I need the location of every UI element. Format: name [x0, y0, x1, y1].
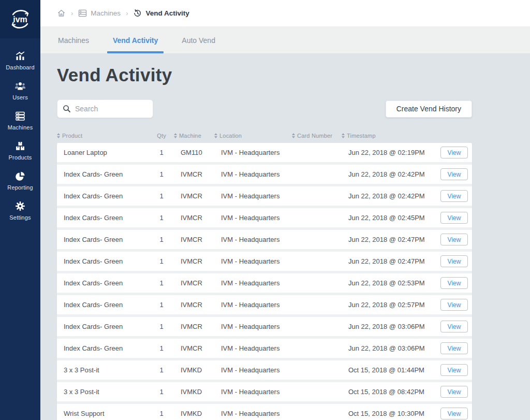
top-bar: › Machines › Vend Activity — [40, 0, 530, 27]
toolbar: Create Vend History — [57, 99, 472, 118]
cell-timestamp: Jun 22, 2018 @ 02:53PM — [342, 279, 434, 287]
breadcrumb-label: Machines — [91, 9, 121, 17]
machines-icon — [14, 110, 26, 122]
view-button[interactable]: View — [440, 168, 468, 180]
cell-qty: 1 — [149, 257, 174, 265]
view-button[interactable]: View — [440, 255, 468, 267]
main-content: Vend Activity Create Vend History Produc… — [40, 53, 530, 420]
cell-qty: 1 — [149, 214, 174, 222]
cell-machine: GM110 — [174, 149, 214, 156]
view-button[interactable]: View — [440, 234, 468, 245]
cell-machine: IVMCR — [174, 192, 214, 200]
products-icon — [14, 140, 26, 152]
table-row: Index Cards- Green 1 IVMCR IVM - Headqua… — [57, 252, 472, 271]
create-vend-history-button[interactable]: Create Vend History — [386, 100, 472, 118]
settings-icon — [14, 200, 26, 212]
view-button[interactable]: View — [440, 386, 468, 398]
view-button[interactable]: View — [440, 190, 468, 202]
cell-product: Index Cards- Green — [57, 279, 149, 287]
cell-qty: 1 — [149, 301, 174, 309]
cell-location: IVM - Headquarters — [214, 301, 292, 309]
cell-machine: IVMCR — [174, 257, 214, 265]
cell-product: Index Cards- Green — [57, 236, 149, 243]
cell-timestamp: Jun 22, 2018 @ 02:47PM — [342, 257, 434, 265]
cell-timestamp: Jun 22, 2018 @ 02:45PM — [342, 214, 434, 222]
cell-qty: 1 — [149, 170, 174, 178]
page-title: Vend Activity — [57, 65, 472, 85]
dashboard-icon — [14, 50, 26, 62]
machines-crumb-icon — [78, 9, 87, 17]
home-icon — [57, 9, 66, 18]
brand-logo[interactable]: ivm — [0, 0, 40, 38]
cell-product: Index Cards- Green — [57, 257, 149, 265]
table-row: Index Cards- Green 1 IVMCR IVM - Headqua… — [57, 165, 472, 184]
view-button[interactable]: View — [440, 147, 468, 158]
cell-location: IVM - Headquarters — [214, 279, 292, 287]
sidebar-item-label: Users — [12, 94, 28, 100]
view-button[interactable]: View — [440, 364, 468, 376]
cell-qty: 1 — [149, 410, 174, 417]
cell-location: IVM - Headquarters — [214, 344, 292, 352]
column-header-machine[interactable]: Machine — [174, 133, 214, 139]
table-row: Index Cards- Green 1 IVMCR IVM - Headqua… — [57, 317, 472, 336]
tab-vend-activity[interactable]: Vend Activity — [112, 27, 159, 53]
cell-machine: IVMCR — [174, 170, 214, 178]
cell-timestamp: Jun 22, 2018 @ 02:47PM — [342, 236, 434, 243]
sidebar-item-products[interactable]: Products — [0, 136, 40, 166]
sidebar-item-reporting[interactable]: Reporting — [0, 166, 40, 196]
sidebar-item-users[interactable]: Users — [0, 76, 40, 106]
table-row: 3 x 3 Post-it 1 IVMKD IVM - Headquarters… — [57, 382, 472, 401]
cell-location: IVM - Headquarters — [214, 170, 292, 178]
cell-timestamp: Oct 15, 2018 @ 08:42PM — [342, 388, 434, 396]
view-button[interactable]: View — [440, 342, 468, 354]
search-box[interactable] — [57, 99, 153, 118]
sidebar-item-dashboard[interactable]: Dashboard — [0, 46, 40, 76]
cell-location: IVM - Headquarters — [214, 192, 292, 200]
cell-machine: IVMKD — [174, 410, 214, 417]
view-button[interactable]: View — [440, 277, 468, 289]
cell-machine: IVMKD — [174, 388, 214, 396]
cell-machine: IVMCR — [174, 301, 214, 309]
cell-machine: IVMCR — [174, 323, 214, 330]
search-input[interactable] — [75, 105, 148, 113]
tab-machines[interactable]: Machines — [57, 27, 90, 53]
cell-location: IVM - Headquarters — [214, 149, 292, 156]
cell-location: IVM - Headquarters — [214, 388, 292, 396]
sidebar-item-label: Settings — [9, 214, 31, 221]
sort-icon — [214, 133, 217, 138]
cell-product: Index Cards- Green — [57, 192, 149, 200]
cell-timestamp: Jun 22, 2018 @ 03:06PM — [342, 323, 434, 330]
breadcrumb: › Machines › Vend Activity — [57, 9, 189, 18]
sort-icon — [174, 133, 177, 138]
table-row: Index Cards- Green 1 IVMCR IVM - Headqua… — [57, 295, 472, 314]
cell-product: 3 x 3 Post-it — [57, 366, 149, 374]
reporting-icon — [14, 170, 26, 182]
column-header-qty: Qty — [149, 133, 174, 139]
breadcrumb-home[interactable] — [57, 9, 66, 18]
svg-text:ivm: ivm — [13, 15, 27, 24]
sidebar-item-settings[interactable]: Settings — [0, 196, 40, 226]
sidebar: ivm Dashboard — [0, 0, 40, 420]
sidebar-nav: Dashboard Users — [0, 38, 40, 226]
table-row: Index Cards- Green 1 IVMCR IVM - Headqua… — [57, 208, 472, 227]
view-button[interactable]: View — [440, 212, 468, 224]
view-button[interactable]: View — [440, 299, 468, 311]
table-row: Wrist Support 1 IVMKD IVM - Headquarters… — [57, 404, 472, 420]
cell-location: IVM - Headquarters — [214, 366, 292, 374]
column-header-timestamp[interactable]: Timestamp — [342, 133, 434, 139]
sidebar-item-machines[interactable]: Machines — [0, 106, 40, 136]
table-row: Index Cards- Green 1 IVMCR IVM - Headqua… — [57, 186, 472, 206]
cell-product: 3 x 3 Post-it — [57, 388, 149, 396]
table-row: Index Cards- Green 1 IVMCR IVM - Headqua… — [57, 339, 472, 358]
cell-qty: 1 — [149, 344, 174, 352]
column-header-location[interactable]: Location — [214, 133, 292, 139]
column-header-card-number[interactable]: Card Number — [292, 133, 342, 139]
view-button[interactable]: View — [440, 408, 468, 419]
view-button[interactable]: View — [440, 321, 468, 332]
breadcrumb-machines[interactable]: Machines — [78, 9, 121, 17]
column-header-product[interactable]: Product — [57, 133, 149, 139]
tab-auto-vend[interactable]: Auto Vend — [181, 27, 216, 53]
cell-qty: 1 — [149, 279, 174, 287]
users-icon — [14, 80, 26, 92]
cell-timestamp: Oct 15, 2018 @ 01:44PM — [342, 366, 434, 374]
